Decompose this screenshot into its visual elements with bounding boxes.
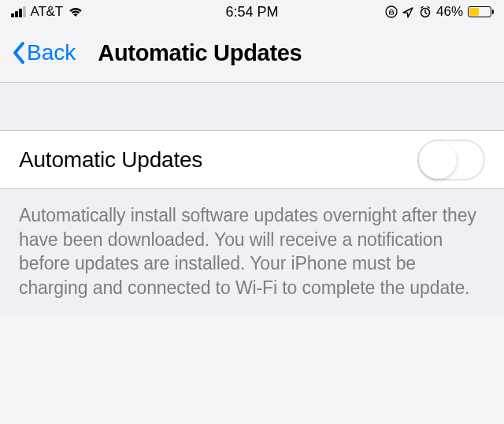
spacer bbox=[0, 83, 504, 130]
nav-bar: Back Automatic Updates bbox=[0, 24, 504, 83]
battery-icon bbox=[468, 6, 491, 17]
chevron-left-icon bbox=[11, 40, 27, 65]
setting-description: Automatically install software updates o… bbox=[0, 189, 504, 314]
toggle-knob bbox=[419, 141, 457, 179]
location-icon bbox=[402, 6, 414, 18]
orientation-lock-icon bbox=[385, 6, 398, 18]
back-label: Back bbox=[27, 40, 76, 65]
wifi-icon bbox=[68, 6, 83, 17]
signal-icon bbox=[11, 6, 26, 17]
automatic-updates-toggle[interactable] bbox=[417, 139, 485, 180]
status-left: AT&T bbox=[11, 4, 83, 20]
setting-label: Automatic Updates bbox=[19, 147, 202, 173]
alarm-icon bbox=[419, 6, 432, 18]
status-right: 46% bbox=[385, 4, 491, 20]
battery-fill bbox=[469, 8, 479, 16]
carrier-label: AT&T bbox=[31, 4, 63, 20]
setting-row-automatic-updates: Automatic Updates bbox=[0, 130, 504, 189]
back-button[interactable]: Back bbox=[11, 40, 76, 65]
status-time: 6:54 PM bbox=[225, 4, 278, 20]
page-title: Automatic Updates bbox=[98, 40, 302, 66]
battery-percent-label: 46% bbox=[436, 4, 463, 20]
status-bar: AT&T 6:54 PM bbox=[0, 0, 504, 24]
